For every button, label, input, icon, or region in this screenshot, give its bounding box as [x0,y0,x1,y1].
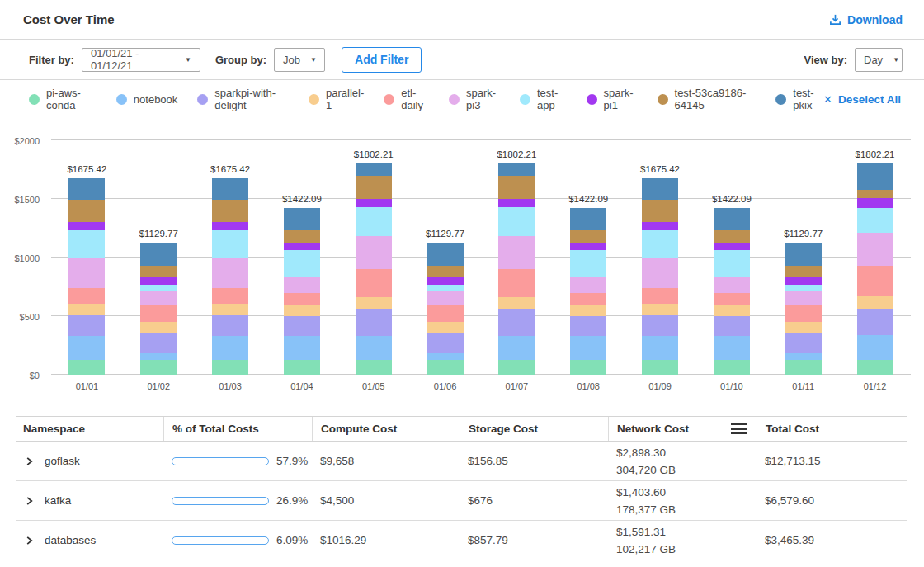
bar-segment-etl-daily[interactable] [642,288,678,304]
bar-segment-sparkpi-with-delight[interactable] [714,316,750,336]
bar-segment-spark-pi3[interactable] [284,277,320,293]
bar-segment-test-app[interactable] [785,285,822,292]
bar-segment-spark-pi3[interactable] [356,236,392,269]
bar-segment-pi-aws-conda[interactable] [570,360,606,376]
bar-segment-spark-pi3[interactable] [498,236,535,269]
bar-segment-spark-pi3[interactable] [140,291,177,305]
bar-segment-parallel-1[interactable] [356,297,392,309]
bar-segment-etl-daily[interactable] [785,305,822,322]
bar-segment-sparkpi-with-delight[interactable] [212,315,248,336]
bar-segment-spark-pi3[interactable] [212,258,248,288]
bar-segment-pi-aws-conda[interactable] [284,360,320,376]
bar-segment-spark-pi3[interactable] [642,258,678,288]
bar-segment-notebook[interactable] [356,336,392,359]
bar-segment-test-app[interactable] [140,285,177,292]
bar-segment-spark-pi3[interactable] [785,291,822,305]
bar-segment-etl-daily[interactable] [212,288,248,304]
bar-segment-etl-daily[interactable] [284,293,320,305]
bar-segment-notebook[interactable] [212,336,248,359]
bar-segment-parallel-1[interactable] [427,322,464,333]
expand-chevron-icon[interactable] [25,496,34,506]
bar-segment-notebook[interactable] [570,336,606,359]
bar-segment-pi-aws-conda[interactable] [642,360,678,376]
bar-segment-spark-pi1[interactable] [284,243,320,251]
bar-segment-parallel-1[interactable] [140,322,177,333]
bar-segment-etl-daily[interactable] [857,266,893,296]
legend-item-sparkpi-with-delight[interactable]: sparkpi-with-delight [197,87,289,111]
bar-segment-spark-pi3[interactable] [714,277,750,293]
bar-segment-test-app[interactable] [212,230,248,258]
bar-segment-spark-pi1[interactable] [785,277,822,285]
table-row-goflask[interactable]: goflask57.9%$9,658$156.85$2,898.30304,72… [16,442,908,481]
bar-segment-test-pkix[interactable] [642,178,678,200]
bar-segment-spark-pi1[interactable] [714,243,750,251]
bar-segment-test-pkix[interactable] [212,178,248,200]
bar-segment-parallel-1[interactable] [785,322,822,333]
legend-item-parallel-1[interactable]: parallel-1 [309,87,364,111]
legend-item-test-app[interactable]: test-app [520,87,567,111]
bar-segment-sparkpi-with-delight[interactable] [284,316,320,336]
bar-segment-sparkpi-with-delight[interactable] [642,315,678,336]
bar-segment-notebook[interactable] [785,353,822,360]
bar-segment-spark-pi1[interactable] [498,199,535,207]
bar-segment-pi-aws-conda[interactable] [785,360,822,376]
bar-segment-test-pkix[interactable] [284,208,320,230]
view-by-select[interactable]: Day ▼ [855,48,903,72]
column-settings-icon[interactable] [731,423,747,435]
bar-segment-test-53ca9186-64145[interactable] [140,266,177,277]
bar-segment-notebook[interactable] [714,336,750,359]
bar-segment-etl-daily[interactable] [140,305,177,322]
legend-item-notebook[interactable]: notebook [116,93,178,106]
bar-segment-pi-aws-conda[interactable] [714,360,750,376]
bar-segment-test-53ca9186-64145[interactable] [642,200,678,222]
bar-segment-test-53ca9186-64145[interactable] [68,200,105,222]
table-row-databases[interactable]: databases6.09%$1016.29$857.79$1,591.3110… [16,521,908,560]
bar-segment-spark-pi3[interactable] [68,258,105,288]
bar-segment-notebook[interactable] [498,336,535,359]
bar-segment-etl-daily[interactable] [68,288,105,304]
bar-segment-test-pkix[interactable] [427,243,464,266]
download-button[interactable]: Download [829,13,903,26]
bar-segment-spark-pi1[interactable] [140,277,177,285]
bar-segment-test-53ca9186-64145[interactable] [356,176,392,199]
bar-segment-spark-pi1[interactable] [356,199,392,207]
bar-segment-spark-pi1[interactable] [570,243,606,251]
bar-segment-parallel-1[interactable] [284,305,320,316]
legend-item-test-53ca9186-64145[interactable]: test-53ca9186-64145 [658,87,757,111]
bar-segment-parallel-1[interactable] [68,304,105,315]
bar-segment-test-app[interactable] [498,207,535,237]
add-filter-button[interactable]: Add Filter [342,47,422,73]
bar-segment-test-app[interactable] [857,208,893,233]
bar-segment-parallel-1[interactable] [570,305,606,316]
bar-segment-test-app[interactable] [284,250,320,277]
bar-segment-parallel-1[interactable] [498,297,535,309]
bar-segment-notebook[interactable] [68,336,105,359]
legend-item-test-pkix[interactable]: test-pkix [776,87,823,111]
bar-segment-spark-pi3[interactable] [427,291,464,305]
bar-segment-sparkpi-with-delight[interactable] [356,309,392,336]
bar-segment-spark-pi3[interactable] [857,233,893,266]
bar-segment-parallel-1[interactable] [212,304,248,315]
bar-segment-notebook[interactable] [284,336,320,359]
table-row-kafka[interactable]: kafka26.9%$4,500$676$1,403.60178,377 GB$… [16,481,908,521]
bar-segment-test-pkix[interactable] [498,163,535,176]
bar-segment-parallel-1[interactable] [714,305,750,316]
bar-segment-etl-daily[interactable] [714,293,750,305]
bar-segment-test-53ca9186-64145[interactable] [284,230,320,242]
legend-item-spark-pi3[interactable]: spark-pi3 [449,87,500,111]
bar-segment-spark-pi1[interactable] [212,222,248,231]
legend-item-pi-aws-conda[interactable]: pi-aws-conda [29,87,97,111]
bar-segment-test-app[interactable] [570,250,606,277]
expand-chevron-icon[interactable] [25,536,34,546]
bar-segment-notebook[interactable] [642,336,678,359]
bar-segment-sparkpi-with-delight[interactable] [498,309,535,336]
bar-segment-test-pkix[interactable] [570,208,606,230]
bar-segment-pi-aws-conda[interactable] [857,360,893,376]
bar-segment-sparkpi-with-delight[interactable] [857,309,893,336]
bar-segment-notebook[interactable] [857,335,893,359]
bar-segment-test-app[interactable] [68,230,105,258]
bar-segment-test-pkix[interactable] [356,163,392,176]
group-by-select[interactable]: Job ▼ [274,48,325,72]
bar-segment-spark-pi1[interactable] [68,222,105,231]
bar-segment-pi-aws-conda[interactable] [140,360,177,376]
